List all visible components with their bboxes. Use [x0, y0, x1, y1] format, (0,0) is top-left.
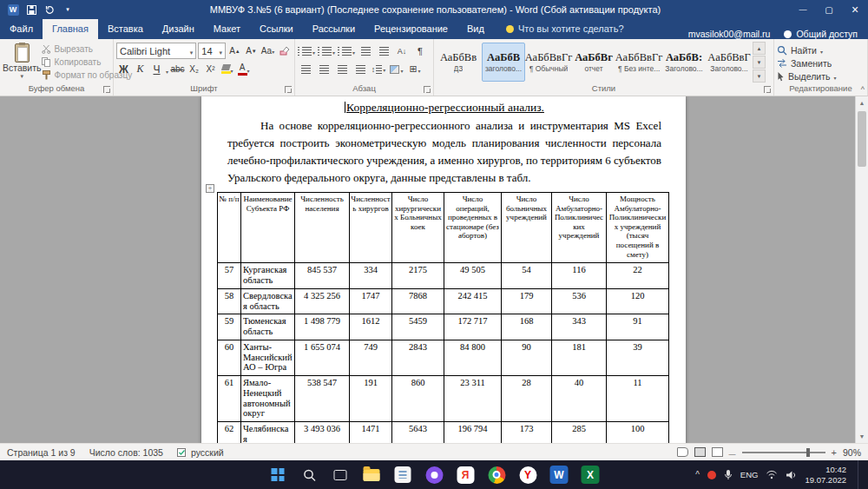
- line-spacing-button[interactable]: ↕: [371, 62, 386, 77]
- find-button[interactable]: Найти: [777, 43, 865, 56]
- align-right-button[interactable]: [334, 62, 350, 77]
- language-status[interactable]: русский: [170, 447, 231, 458]
- zoom-out-icon[interactable]: [729, 447, 736, 458]
- messenger-button[interactable]: [424, 464, 445, 486]
- show-desktop-button[interactable]: [858, 460, 861, 489]
- italic-button[interactable]: К: [133, 61, 148, 77]
- style-item[interactable]: АаБбВготчет: [572, 43, 615, 82]
- tab-Макет[interactable]: Макет: [204, 19, 250, 39]
- word-taskbar-button[interactable]: [549, 464, 570, 486]
- tab-Вид[interactable]: Вид: [457, 19, 494, 39]
- close-button[interactable]: [842, 0, 868, 19]
- font-color-button[interactable]: А: [236, 61, 251, 77]
- shading-button[interactable]: [389, 62, 404, 77]
- tray-mic-icon[interactable]: [724, 469, 733, 480]
- zoom-slider-thumb[interactable]: [806, 448, 810, 457]
- print-layout-icon[interactable]: [694, 447, 706, 457]
- multilevel-list-button[interactable]: [338, 43, 355, 59]
- word-app-icon[interactable]: [6, 3, 20, 17]
- bold-button[interactable]: Ж: [116, 61, 131, 77]
- decrease-indent-button[interactable]: [358, 43, 373, 59]
- styles-dialog-launcher-icon[interactable]: [764, 86, 771, 93]
- shrink-font-button[interactable]: А▼: [244, 43, 259, 59]
- yandex-button[interactable]: [517, 464, 539, 486]
- font-family-select[interactable]: Calibri Light: [116, 43, 196, 59]
- select-button[interactable]: Выделить: [777, 69, 865, 83]
- save-icon[interactable]: [24, 3, 38, 17]
- tray-network-icon[interactable]: [766, 470, 778, 479]
- numbered-list-button[interactable]: [318, 43, 335, 59]
- font-dialog-launcher-icon[interactable]: [285, 86, 292, 93]
- borders-button[interactable]: ⊞: [407, 62, 423, 77]
- paragraph-dialog-launcher-icon[interactable]: [424, 86, 431, 93]
- scrollbar-thumb[interactable]: [858, 111, 866, 167]
- undo-icon[interactable]: [43, 3, 56, 17]
- underline-dropdown-icon[interactable]: [166, 62, 168, 77]
- tab-Главная[interactable]: Главная: [43, 19, 98, 39]
- account-email[interactable]: mvasilok00@mail.ru: [688, 29, 771, 39]
- taskbar-clock[interactable]: 10:42 19.07.2022: [805, 465, 846, 486]
- task-view-button[interactable]: [330, 464, 352, 486]
- file-explorer-button[interactable]: [361, 464, 383, 486]
- start-button[interactable]: [267, 464, 289, 486]
- paste-button[interactable]: Вставить ▾: [3, 42, 42, 83]
- tray-chevron-icon[interactable]: ^: [695, 470, 700, 479]
- word-count[interactable]: Число слов: 1035: [82, 447, 170, 458]
- collapse-ribbon-icon[interactable]: ^: [861, 85, 865, 94]
- table-move-handle[interactable]: [206, 184, 214, 193]
- sort-button[interactable]: А↓: [394, 43, 410, 59]
- minimize-button[interactable]: [790, 0, 816, 19]
- read-mode-icon[interactable]: [677, 447, 688, 457]
- increase-indent-button[interactable]: [376, 43, 391, 59]
- scroll-up-icon[interactable]: ▲: [856, 96, 868, 109]
- strikethrough-button[interactable]: abc: [170, 61, 185, 77]
- scroll-down-icon[interactable]: ▼: [856, 430, 868, 443]
- gallery-more-icon[interactable]: ▼: [753, 69, 766, 83]
- grow-font-button[interactable]: А▲: [227, 43, 242, 59]
- gallery-scroll-up-icon[interactable]: ▲: [753, 42, 766, 55]
- paste-dropdown-icon[interactable]: ▾: [21, 73, 24, 80]
- tab-Рассылки[interactable]: Рассылки: [303, 19, 365, 39]
- style-item[interactable]: АаБбВвДЗ: [437, 43, 480, 82]
- superscript-button[interactable]: Х²: [203, 61, 218, 77]
- document-page[interactable]: Корреляционно-регрессионный анализ. На о…: [201, 96, 686, 443]
- maximize-button[interactable]: [816, 0, 842, 19]
- tab-Вставка[interactable]: Вставка: [98, 19, 153, 39]
- underline-button[interactable]: Ч: [149, 61, 164, 77]
- font-size-select[interactable]: 14: [198, 43, 226, 59]
- justify-button[interactable]: [352, 62, 368, 77]
- tell-me-box[interactable]: Что вы хотите сделать?: [506, 19, 624, 39]
- excel-taskbar-button[interactable]: [580, 464, 602, 486]
- clear-formatting-button[interactable]: [277, 43, 292, 59]
- chrome-button[interactable]: [486, 464, 508, 486]
- zoom-slider[interactable]: [742, 452, 825, 453]
- tab-Файл[interactable]: Файл: [0, 19, 43, 39]
- taskbar-search-button[interactable]: [299, 464, 320, 486]
- zoom-level[interactable]: 90%: [843, 447, 861, 458]
- page-indicator[interactable]: Страница 1 из 9: [0, 447, 82, 458]
- style-item[interactable]: АаБбВ:Заголово...: [662, 43, 706, 82]
- change-case-button[interactable]: Аа: [260, 43, 275, 59]
- tab-Дизайн[interactable]: Дизайн: [153, 19, 204, 39]
- language-indicator[interactable]: ENG: [740, 470, 759, 479]
- style-item[interactable]: АаБбВвГг¶ Без инте...: [617, 43, 661, 82]
- vertical-scrollbar[interactable]: ▲ ▼: [855, 96, 868, 443]
- clipboard-dialog-launcher-icon[interactable]: [103, 86, 110, 93]
- yandex-browser-button[interactable]: [455, 464, 477, 486]
- app-window-button[interactable]: [392, 464, 414, 486]
- tray-volume-icon[interactable]: [786, 470, 797, 480]
- tab-Ссылки[interactable]: Ссылки: [250, 19, 303, 39]
- style-item[interactable]: АаБбВвГЗаголово...: [707, 43, 751, 82]
- show-marks-button[interactable]: ¶: [412, 43, 428, 59]
- subscript-button[interactable]: Х₂: [187, 61, 201, 77]
- web-layout-icon[interactable]: [712, 447, 723, 457]
- share-button[interactable]: Общий доступ: [784, 29, 858, 39]
- tray-antivirus-icon[interactable]: [707, 471, 716, 479]
- style-item[interactable]: АаБбВвГг¶ Обычный: [527, 43, 570, 82]
- zoom-in-icon[interactable]: [832, 447, 837, 458]
- style-item[interactable]: АаБбВзаголово...: [482, 43, 525, 82]
- quick-access-dropdown-icon[interactable]: ▾: [61, 3, 75, 17]
- text-highlight-button[interactable]: [220, 61, 234, 77]
- align-center-button[interactable]: [316, 62, 332, 77]
- gallery-scroll-down-icon[interactable]: ▼: [753, 56, 766, 69]
